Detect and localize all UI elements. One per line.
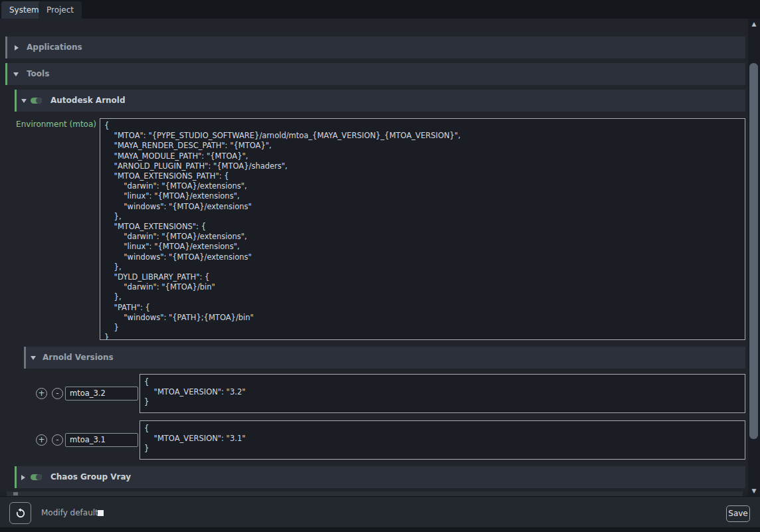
refresh-icon <box>15 507 27 519</box>
toggle-knob <box>36 98 42 104</box>
section-accent-border <box>5 63 7 85</box>
tab-bar: System Project <box>0 0 760 19</box>
section-title: Arnold Versions <box>43 347 114 369</box>
section-applications[interactable]: Applications <box>5 37 745 58</box>
scrollbar-thumb[interactable] <box>7 491 743 496</box>
version-json-editor[interactable]: { "MTOA_VERSION": "3.2" } <box>140 374 745 413</box>
section-accent-border <box>24 347 26 369</box>
section-tools[interactable]: Tools <box>5 63 745 85</box>
section-accent-border <box>15 90 17 112</box>
version-name-input[interactable]: mtoa_3.1 <box>65 433 138 447</box>
refresh-button[interactable] <box>9 502 31 524</box>
window-bottom-edge <box>0 527 760 532</box>
save-button[interactable]: Save <box>726 505 750 522</box>
chevron-down-icon[interactable] <box>21 99 27 103</box>
version-name-input[interactable]: mtoa_3.2 <box>65 387 138 400</box>
chevron-down-icon[interactable] <box>13 72 19 76</box>
section-title: Chaos Group Vray <box>50 466 131 488</box>
section-autodesk-arnold[interactable]: Autodesk Arnold <box>15 90 745 112</box>
settings-scroll-area: Modules Applications Tools Autodesk Arno… <box>0 19 748 496</box>
section-title: Tools <box>27 63 49 85</box>
version-json-editor[interactable]: { "MTOA_VERSION": "3.1" } <box>140 420 745 460</box>
remove-item-button[interactable]: - <box>52 388 63 399</box>
horizontal-scrollbar[interactable] <box>0 491 748 496</box>
chevron-right-icon[interactable] <box>21 475 25 480</box>
section-title: Autodesk Arnold <box>50 90 126 112</box>
section-accent-border <box>15 466 17 488</box>
section-accent-border <box>5 37 7 58</box>
modify-defaults-checkbox[interactable] <box>98 510 104 516</box>
chevron-right-icon[interactable] <box>15 45 19 50</box>
vertical-scrollbar[interactable]: ▲ ▼ <box>748 19 760 496</box>
scroll-down-icon[interactable]: ▼ <box>748 486 760 496</box>
section-arnold-versions[interactable]: Arnold Versions <box>24 347 745 369</box>
environment-label: Environment (mtoa) <box>13 120 96 129</box>
scroll-up-icon[interactable]: ▲ <box>748 19 760 29</box>
section-chaos-group-vray[interactable]: Chaos Group Vray <box>15 466 745 488</box>
tab-project[interactable]: Project <box>39 1 82 19</box>
settings-window: System Project Modules Applications Tool… <box>0 0 760 532</box>
chevron-down-icon[interactable] <box>31 356 36 360</box>
enabled-toggle[interactable] <box>31 474 42 480</box>
modify-defaults-label: Modify defaults <box>41 508 102 517</box>
footer-bar: Modify defaults Save <box>0 496 760 527</box>
environment-json-editor[interactable]: { "MTOA": "{PYPE_STUDIO_SOFTWARE}/arnold… <box>100 118 745 340</box>
scrollbar-thumb[interactable] <box>749 63 758 439</box>
section-title: Applications <box>27 37 82 58</box>
toggle-knob <box>36 474 42 480</box>
remove-item-button[interactable]: - <box>52 434 63 446</box>
enabled-toggle[interactable] <box>31 98 42 104</box>
scrollbar-nub <box>13 492 18 495</box>
add-item-button[interactable]: + <box>36 388 47 399</box>
add-item-button[interactable]: + <box>36 434 47 446</box>
